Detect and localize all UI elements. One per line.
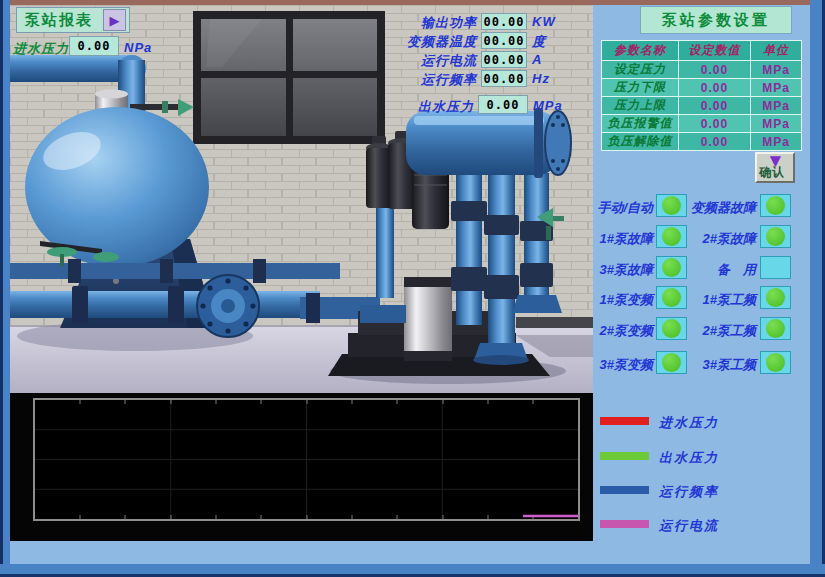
indicator-lamp-spare [760, 256, 791, 279]
report-button-label: 泵站报表 [25, 11, 93, 30]
legend-label-inlet-pressure: 进水压力 [659, 414, 719, 432]
frame-left [0, 0, 10, 577]
indicator-lamp-pump1-fault [656, 225, 687, 248]
indicator-lamp-pump2-mains [760, 317, 791, 340]
run-frequency-label: 运行频率 [372, 71, 477, 89]
inverter-temp-label: 变频器温度 [372, 33, 477, 51]
inlet-pressure-value: 0.00 [69, 36, 119, 56]
outlet-pressure-value: 0.00 [478, 95, 528, 114]
inlet-pressure-label: 进水压力 [13, 40, 69, 58]
trend-chart-plot [33, 398, 580, 521]
param-unit: MPa [751, 133, 801, 150]
indicator-label-inverter-fault: 变频器故障 [690, 199, 756, 217]
lamp-icon [662, 258, 681, 277]
indicator-label-pump3-mains: 3#泵工频 [690, 356, 756, 374]
param-unit: MPa [751, 97, 801, 114]
frame-bottom [0, 564, 825, 577]
lamp-icon [766, 353, 785, 372]
param-value-input[interactable]: 0.00 [679, 79, 750, 96]
lamp-icon [662, 288, 681, 307]
indicator-label-pump1-vfd: 1#泵变频 [593, 291, 653, 309]
indicator-label-spare: 备 用 [690, 261, 756, 279]
frame-right [810, 0, 825, 577]
lamp-icon [662, 353, 681, 372]
legend-swatch-run-current [600, 520, 649, 528]
legend-label-run-frequency: 运行频率 [659, 483, 719, 501]
indicator-label-pump3-fault: 3#泵故障 [593, 261, 653, 279]
indicator-lamp-pump2-vfd [656, 317, 687, 340]
output-power-value: 00.00 [481, 13, 527, 30]
param-unit: MPa [751, 79, 801, 96]
indicator-label-manual-auto: 手动/自动 [593, 199, 653, 217]
param-name: 压力下限 [602, 79, 678, 96]
indicator-label-pump2-vfd: 2#泵变频 [593, 322, 653, 340]
legend-label-run-current: 运行电流 [659, 517, 719, 535]
param-unit: MPa [751, 115, 801, 132]
settings-table: 参数名称 设定数值 单位 设定压力 0.00 MPa 压力下限 0.00 MPa… [601, 40, 802, 151]
indicator-label-pump1-fault: 1#泵故障 [593, 230, 653, 248]
indicator-label-pump1-mains: 1#泵工频 [690, 291, 756, 309]
confirm-button[interactable]: ▼ 确认 [755, 152, 795, 183]
indicator-lamp-manual-auto [656, 194, 687, 217]
param-name: 负压解除值 [602, 133, 678, 150]
inlet-pressure-unit: NPa [124, 40, 152, 55]
trend-chart-grid [35, 400, 578, 519]
legend-label-outlet-pressure: 出水压力 [659, 449, 719, 467]
indicator-label-pump3-vfd: 3#泵变频 [593, 356, 653, 374]
col-header-value: 设定数值 [679, 41, 750, 60]
report-button[interactable]: 泵站报表 ▶ [16, 7, 130, 33]
col-header-unit: 单位 [751, 41, 801, 60]
param-value-input[interactable]: 0.00 [679, 133, 750, 150]
indicator-label-pump2-fault: 2#泵故障 [690, 230, 756, 248]
outlet-pressure-unit: MPa [533, 98, 563, 113]
window [193, 11, 385, 144]
indicator-lamp-pump3-fault [656, 256, 687, 279]
report-nav-box[interactable]: ▶ [103, 9, 126, 31]
run-current-label: 运行电流 [372, 52, 477, 70]
indicator-lamp-pump1-mains [760, 286, 791, 309]
param-name: 设定压力 [602, 61, 678, 78]
legend-swatch-inlet-pressure [600, 417, 649, 425]
output-power-label: 输出功率 [372, 14, 477, 32]
run-frequency-value: 00.00 [481, 70, 527, 87]
top-strip [10, 0, 810, 5]
lamp-icon [662, 319, 681, 338]
pump-station-hmi-screen: 泵站报表 ▶ 进水压力 0.00 NPa 输出功率 00.00 KW 变频器温度… [0, 0, 825, 577]
param-value-input[interactable]: 0.00 [679, 61, 750, 78]
confirm-button-label: 确认 [759, 164, 785, 181]
param-value-input[interactable]: 0.00 [679, 115, 750, 132]
run-current-unit: A [532, 52, 542, 67]
outlet-pressure-label: 出水压力 [408, 98, 474, 116]
inverter-temp-unit: 度 [532, 33, 546, 51]
param-value-input[interactable]: 0.00 [679, 97, 750, 114]
indicator-lamp-pump1-vfd [656, 286, 687, 309]
legend-swatch-run-frequency [600, 486, 649, 494]
indicator-lamp-pump3-mains [760, 351, 791, 374]
run-frequency-unit: Hz [532, 71, 550, 86]
run-current-value: 00.00 [481, 51, 527, 68]
play-icon: ▶ [110, 14, 120, 27]
param-name: 压力上限 [602, 97, 678, 114]
lamp-icon [766, 319, 785, 338]
lamp-icon [766, 196, 785, 215]
lamp-icon [766, 227, 785, 246]
indicator-lamp-inverter-fault [760, 194, 791, 217]
param-name: 负压报警值 [602, 115, 678, 132]
inverter-temp-value: 00.00 [481, 32, 527, 49]
trend-chart [10, 393, 593, 541]
lamp-icon [662, 227, 681, 246]
indicator-lamp-pump2-fault [760, 225, 791, 248]
pipe-end-flange [197, 275, 259, 337]
settings-panel-title: 泵站参数设置 [640, 6, 792, 34]
lamp-icon [662, 196, 681, 215]
legend-swatch-outlet-pressure [600, 452, 649, 460]
indicator-label-pump2-mains: 2#泵工频 [690, 322, 756, 340]
param-unit: MPa [751, 61, 801, 78]
output-power-unit: KW [532, 14, 556, 29]
col-header-name: 参数名称 [602, 41, 678, 60]
indicator-lamp-pump3-vfd [656, 351, 687, 374]
lamp-icon [766, 288, 785, 307]
